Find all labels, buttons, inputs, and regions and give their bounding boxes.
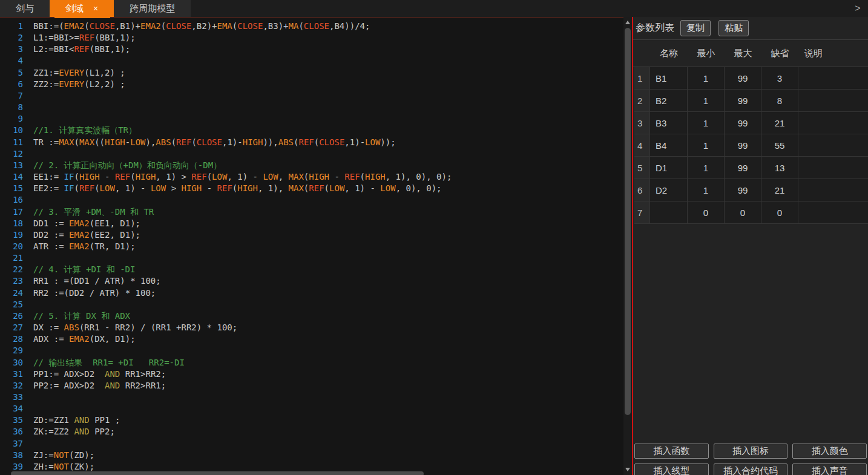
line-content: //1. 计算真实波幅（TR） xyxy=(23,125,137,136)
code-line[interactable]: 28ADX := EMA2(DX, D1); xyxy=(0,333,623,345)
param-name-cell[interactable]: D2 xyxy=(650,179,688,201)
insert-button-插入函数[interactable]: 插入函数 xyxy=(634,444,709,459)
tab-overflow-chevron-icon[interactable]: > xyxy=(851,2,864,15)
scroll-up-arrow-icon[interactable] xyxy=(625,21,630,24)
paste-button[interactable]: 粘贴 xyxy=(718,20,749,36)
code-token: NOT xyxy=(54,462,69,471)
code-editor[interactable]: 1BBI:=(EMA2(CLOSE,B1)+EMA2(CLOSE,B2)+EMA… xyxy=(0,18,623,475)
param-max-cell[interactable]: 0 xyxy=(725,201,761,223)
insert-button-插入图标[interactable]: 插入图标 xyxy=(714,444,788,459)
code-line[interactable]: 8 xyxy=(0,102,623,113)
code-line[interactable]: 13// 2. 计算正向动向（+DM）和负向动向（-DM） xyxy=(0,160,623,171)
line-content xyxy=(23,194,33,206)
param-default-cell[interactable]: 21 xyxy=(761,179,798,201)
code-line[interactable]: 23RR1 : =(DD1 / ATR) * 100; xyxy=(0,275,623,287)
code-line[interactable]: 2L1:=BBI>=REF(BBI,1); xyxy=(0,32,623,44)
param-default-cell[interactable]: 0 xyxy=(761,201,798,223)
param-max-cell[interactable]: 99 xyxy=(725,157,761,179)
code-line[interactable]: 29 xyxy=(0,345,623,356)
copy-button[interactable]: 复制 xyxy=(680,20,711,36)
code-line[interactable]: 9 xyxy=(0,113,623,125)
param-min-cell[interactable]: 1 xyxy=(688,157,725,179)
param-desc-cell[interactable] xyxy=(798,134,868,156)
code-token: (ZK); xyxy=(69,462,94,471)
code-line[interactable]: 16 xyxy=(0,194,623,206)
code-line[interactable]: 4 xyxy=(0,55,623,67)
vertical-scrollbar-thumb[interactable] xyxy=(625,28,631,415)
insert-button-插入声音[interactable]: 插入声音 xyxy=(792,464,867,475)
code-token: DD1 := xyxy=(33,218,69,228)
tab-跨周期模型[interactable]: 跨周期模型 xyxy=(114,0,191,17)
close-icon[interactable]: × xyxy=(93,4,98,13)
param-max-cell[interactable]: 99 xyxy=(725,67,761,89)
code-line[interactable]: 35ZD:=ZZ1 AND PP1 ; xyxy=(0,414,623,426)
param-desc-cell[interactable] xyxy=(798,112,868,134)
param-name-cell[interactable]: B4 xyxy=(650,134,688,156)
code-line[interactable]: 33 xyxy=(0,391,623,403)
code-line[interactable]: 30// 输出结果 RR1= +DI RR2=-DI xyxy=(0,357,623,369)
param-min-cell[interactable]: 0 xyxy=(688,201,725,223)
code-line[interactable]: 17// 3. 平滑 +DM、-DM 和 TR xyxy=(0,206,623,218)
param-name-cell[interactable]: B2 xyxy=(650,90,688,111)
param-desc-cell[interactable] xyxy=(798,90,868,111)
code-token: ATR := xyxy=(33,241,69,251)
scroll-down-arrow-icon[interactable] xyxy=(625,468,630,471)
code-line[interactable]: 38ZJ:=NOT(ZD); xyxy=(0,450,623,461)
code-line[interactable]: 26// 5. 计算 DX 和 ADX xyxy=(0,310,623,322)
code-line[interactable]: 3L2:=BBI<REF(BBI,1); xyxy=(0,44,623,55)
code-line[interactable]: 11TR :=MAX(MAX((HIGH-LOW),ABS(REF(CLOSE,… xyxy=(0,137,623,148)
code-line[interactable]: 32PP2:= ADX>D2 AND RR2>RR1; xyxy=(0,380,623,391)
param-min-cell[interactable]: 1 xyxy=(688,67,725,89)
param-default-cell[interactable]: 55 xyxy=(761,134,798,156)
insert-button-插入合约代码[interactable]: 插入合约代码 xyxy=(714,464,788,475)
param-default-cell[interactable]: 8 xyxy=(761,90,798,111)
code-line[interactable]: 14EE1:= IF(HIGH - REF(HIGH, 1) > REF(LOW… xyxy=(0,171,623,183)
param-desc-cell[interactable] xyxy=(798,201,868,223)
param-default-cell[interactable]: 13 xyxy=(761,157,798,179)
param-name-cell[interactable]: B1 xyxy=(650,67,688,89)
param-max-cell[interactable]: 99 xyxy=(725,134,761,156)
param-max-cell[interactable]: 99 xyxy=(725,112,761,134)
insert-button-插入颜色[interactable]: 插入颜色 xyxy=(792,444,867,459)
code-token: L2:=BBI< xyxy=(33,44,74,54)
param-min-cell[interactable]: 1 xyxy=(688,179,725,201)
param-desc-cell[interactable] xyxy=(798,179,868,201)
code-line[interactable]: 36ZK:=ZZ2 AND PP2; xyxy=(0,426,623,437)
param-desc-cell[interactable] xyxy=(798,157,868,179)
tab-剑与[interactable]: 剑与 xyxy=(0,0,50,17)
code-line[interactable]: 18DD1 := EMA2(EE1, D1); xyxy=(0,218,623,229)
code-line[interactable]: 20ATR := EMA2(TR, D1); xyxy=(0,241,623,252)
code-line[interactable]: 7 xyxy=(0,90,623,102)
code-line[interactable]: 19DD2 := EMA2(EE2, D1); xyxy=(0,229,623,241)
param-min-cell[interactable]: 1 xyxy=(688,134,725,156)
code-line[interactable]: 22// 4. 计算 +DI 和 -DI xyxy=(0,264,623,275)
code-line[interactable]: 37 xyxy=(0,438,623,450)
horizontal-scrollbar-thumb[interactable] xyxy=(11,471,424,475)
code-line[interactable]: 5ZZ1:=EVERY(L1,2) ; xyxy=(0,67,623,79)
param-max-cell[interactable]: 99 xyxy=(725,90,761,111)
code-line[interactable]: 27DX := ABS(RR1 - RR2) / (RR1 +RR2) * 10… xyxy=(0,322,623,333)
tab-剑域[interactable]: 剑域× xyxy=(50,0,114,17)
code-line[interactable]: 25 xyxy=(0,299,623,310)
code-line[interactable]: 10//1. 计算真实波幅（TR） xyxy=(0,125,623,136)
param-min-cell[interactable]: 1 xyxy=(688,112,725,134)
code-token: RR2 :=(DD2 / ATR) * 100; xyxy=(33,288,156,298)
param-max-cell[interactable]: 99 xyxy=(725,179,761,201)
param-name-cell[interactable] xyxy=(650,201,688,223)
editor-vertical-scrollbar[interactable] xyxy=(623,17,632,475)
param-name-cell[interactable]: B3 xyxy=(650,112,688,134)
param-name-cell[interactable]: D1 xyxy=(650,157,688,179)
code-line[interactable]: 6ZZ2:=EVERY(L2,2) ; xyxy=(0,79,623,90)
code-line[interactable]: 1BBI:=(EMA2(CLOSE,B1)+EMA2(CLOSE,B2)+EMA… xyxy=(0,21,623,32)
param-default-cell[interactable]: 3 xyxy=(761,67,798,89)
param-desc-cell[interactable] xyxy=(798,67,868,89)
code-line[interactable]: 34 xyxy=(0,403,623,414)
code-line[interactable]: 12 xyxy=(0,148,623,160)
code-line[interactable]: 24RR2 :=(DD2 / ATR) * 100; xyxy=(0,287,623,299)
code-line[interactable]: 15EE2:= IF(REF(LOW, 1) - LOW > HIGH - RE… xyxy=(0,183,623,194)
param-min-cell[interactable]: 1 xyxy=(688,90,725,111)
insert-button-插入线型[interactable]: 插入线型 xyxy=(634,464,709,475)
code-line[interactable]: 31PP1:= ADX>D2 AND RR1>RR2; xyxy=(0,369,623,380)
code-line[interactable]: 21 xyxy=(0,252,623,264)
param-default-cell[interactable]: 21 xyxy=(761,112,798,134)
